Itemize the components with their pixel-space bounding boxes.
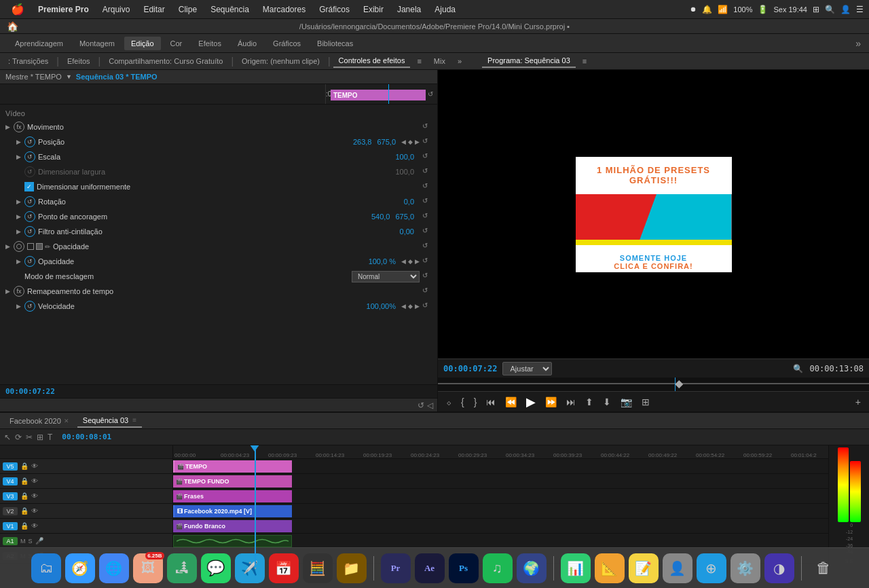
pm-scrub-marker[interactable] [675, 380, 683, 388]
apple-menu-item[interactable]: 🍎 [5, 1, 30, 17]
a1-audio-clip[interactable] [173, 535, 292, 547]
tl-select-tool[interactable]: ↖ [4, 433, 11, 442]
panel-menu-icon[interactable]: ≡ [411, 55, 426, 67]
control-strip-icon[interactable]: ⊞ [813, 5, 819, 14]
dock-premiere[interactable]: Pr [381, 553, 411, 583]
dock-notes[interactable]: 📝 [629, 553, 659, 583]
ponto-reset[interactable]: ↺ [422, 212, 432, 221]
movimento-toggle[interactable]: ▶ [5, 124, 14, 130]
dock-keynote[interactable]: 📐 [595, 553, 625, 583]
v5-clip-tempo[interactable]: 🎬 TEMPO [173, 460, 292, 473]
editar-menu[interactable]: Editar [138, 3, 170, 16]
dim-unif-reset[interactable]: ↺ [422, 182, 432, 191]
dock-calendar[interactable]: 📅 [269, 553, 299, 583]
dock-archive[interactable]: 📁 [337, 553, 367, 583]
dim-unif-checkbox[interactable]: ✓ [24, 182, 34, 191]
a1-s[interactable]: S [29, 538, 33, 545]
tl-slip-tool[interactable]: ⊞ [37, 433, 43, 442]
tl-current-time[interactable]: 00:00:08:01 [62, 433, 111, 441]
ec-clip-block[interactable]: TEMPO [331, 90, 426, 100]
v5-vis[interactable]: 👁 [31, 462, 38, 470]
modo-reset[interactable]: ↺ [422, 272, 432, 281]
pm-scrub-bar[interactable] [438, 378, 869, 391]
v4-vis[interactable]: 👁 [31, 477, 38, 485]
opacidade-prev-keyframe[interactable]: ◀ [401, 258, 406, 265]
posicao-y-value[interactable]: 675,0 [377, 138, 396, 146]
graficos-menu[interactable]: Gráficos [314, 3, 355, 16]
ec-loop-icon[interactable]: ↺ [418, 401, 424, 410]
ws-tab-graficos[interactable]: Gráficos [266, 37, 308, 50]
opacidade-add-keyframe[interactable]: ◆ [408, 258, 413, 265]
panel-more-btn[interactable]: » [452, 55, 467, 67]
a1-mic[interactable]: 🎤 [35, 537, 43, 545]
tl-tab-facebook[interactable]: Facebook 2020 ✕ [4, 415, 75, 427]
ws-tab-audio[interactable]: Áudio [231, 37, 263, 50]
tl-track-v1[interactable]: 🎬 Fundo Branco [173, 519, 828, 534]
escala-value[interactable]: 100,0 [395, 153, 414, 161]
notifications-icon[interactable]: 🔔 [702, 5, 712, 14]
tl-track-v2[interactable]: 🎞 Facebook 2020.mp4 [V] [173, 504, 828, 519]
sequencia-menu[interactable]: Sequência [205, 3, 255, 16]
tl-tab-facebook-close[interactable]: ✕ [64, 418, 69, 424]
pm-prev-edit-btn[interactable]: ⏮ [483, 395, 498, 409]
posicao-x-value[interactable]: 263,8 [353, 138, 372, 146]
escala-toggle[interactable]: ▶ [16, 153, 24, 160]
velocidade-prev-keyframe[interactable]: ◀ [401, 303, 406, 310]
opacidade-group-reset[interactable]: ↺ [422, 242, 432, 251]
v4-lock[interactable]: 🔒 [20, 477, 29, 485]
ponto-x-value[interactable]: 540,0 [371, 213, 390, 221]
dock-safari[interactable]: 🧭 [65, 553, 95, 583]
posicao-toggle[interactable]: ▶ [16, 139, 24, 145]
dock-aftereffects[interactable]: Ae [415, 553, 445, 583]
tl-tab-sequencia03[interactable]: Sequência 03 ≡ [77, 414, 142, 428]
tl-razor-tool[interactable]: ✂ [26, 433, 33, 442]
v4-clip-tempo-fundo[interactable]: 🎬 TEMPO FUNDO [173, 475, 292, 488]
a1-m[interactable]: M [20, 538, 26, 545]
modo-select[interactable]: Normal [352, 271, 420, 282]
pm-step-back-btn[interactable]: ⏪ [502, 395, 519, 409]
tab-compartilhamento[interactable]: Compartilhamento: Curso Gratuíto [103, 55, 228, 67]
v3-vis[interactable]: 👁 [31, 492, 38, 500]
dim-largura-reset[interactable]: ↺ [422, 167, 432, 177]
dock-contacts[interactable]: 👤 [663, 553, 692, 583]
tl-track-a1[interactable] [173, 534, 828, 549]
opacidade-toggle[interactable]: ▶ [16, 258, 24, 265]
pm-add-marker-btn[interactable]: ⬦ [443, 395, 454, 409]
ws-tab-montagem[interactable]: Montagem [73, 37, 122, 50]
pm-in-btn[interactable]: { [458, 395, 467, 409]
ws-tab-aprendizagem[interactable]: Aprendizagem [8, 37, 70, 50]
velocidade-add-keyframe[interactable]: ◆ [408, 303, 413, 310]
ponto-y-value[interactable]: 675,0 [395, 213, 414, 221]
tab-mix[interactable]: Mix [428, 55, 451, 67]
ws-more-button[interactable]: » [855, 38, 861, 49]
rotacao-toggle[interactable]: ▶ [16, 198, 24, 205]
pm-out-btn[interactable]: } [471, 395, 480, 409]
dock-arc[interactable]: ◑ [764, 553, 794, 583]
rotacao-value[interactable]: 0,0 [404, 198, 414, 206]
movimento-reset[interactable]: ↺ [422, 122, 432, 132]
pm-settings-btn[interactable]: ⊞ [639, 395, 652, 409]
filtro-toggle[interactable]: ▶ [16, 228, 24, 235]
opacidade-next-keyframe[interactable]: ▶ [415, 258, 420, 265]
ws-tab-edicao[interactable]: Edição [124, 37, 161, 50]
v2-clip-facebook[interactable]: 🎞 Facebook 2020.mp4 [V] [173, 505, 292, 517]
dropdown-arrow[interactable]: ▼ [66, 73, 72, 80]
dock-web[interactable]: 🌍 [517, 553, 547, 583]
ws-tab-bibliotecas[interactable]: Bibliotecas [310, 37, 360, 50]
v5-lock[interactable]: 🔒 [20, 462, 29, 470]
wifi-icon[interactable]: 📶 [718, 5, 728, 14]
ponto-toggle[interactable]: ▶ [16, 213, 24, 220]
tab-efeitos[interactable]: Efeitos [62, 55, 96, 67]
tl-track-v3[interactable]: 🎬 Frases [173, 489, 828, 504]
velocidade-reset[interactable]: ↺ [422, 301, 432, 311]
pm-current-timecode[interactable]: 00:00:07:22 [443, 364, 497, 373]
posicao-next-keyframe[interactable]: ▶ [415, 139, 420, 145]
filtro-reset[interactable]: ↺ [422, 227, 432, 236]
pm-zoom-icon[interactable]: 🔍 [793, 364, 803, 373]
velocidade-value[interactable]: 100,00% [367, 302, 396, 310]
dock-photos[interactable]: 🖼 6.25B [133, 553, 163, 583]
user-icon[interactable]: 👤 [840, 5, 851, 14]
posicao-reset[interactable]: ↺ [422, 137, 432, 147]
tab-programa[interactable]: Programa: Sequência 03 [482, 54, 576, 68]
ec-zoom-out-icon[interactable]: ◁ [427, 401, 433, 410]
